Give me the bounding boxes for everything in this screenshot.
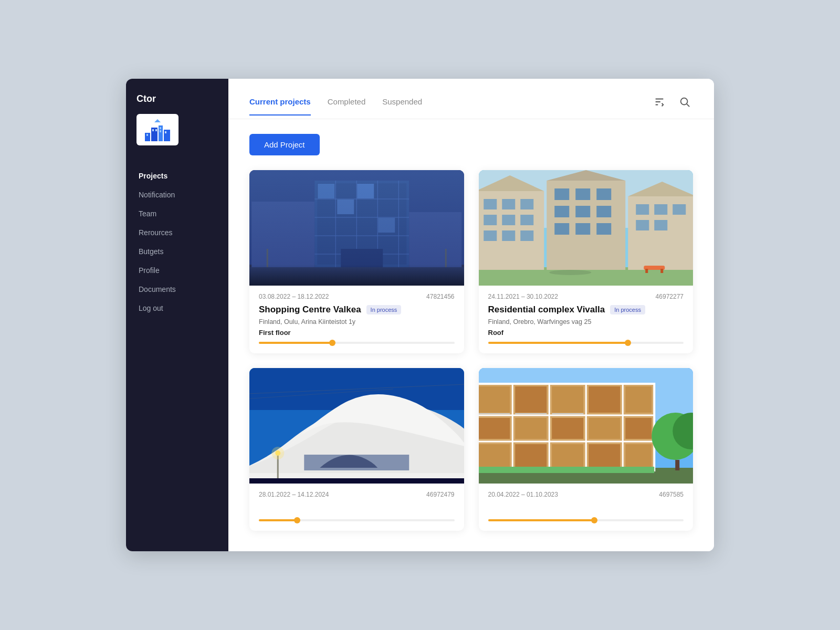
svg-rect-58 <box>575 206 590 217</box>
project-number-2: 46972277 <box>656 293 684 300</box>
progress-fill-1 <box>259 342 333 344</box>
svg-rect-7 <box>155 129 157 131</box>
svg-point-70 <box>549 270 591 275</box>
sidebar-item-budgets[interactable]: Butgets <box>126 242 228 261</box>
svg-rect-43 <box>484 199 497 209</box>
sidebar-logo-area: Ctor <box>126 79 228 156</box>
svg-rect-32 <box>378 218 395 233</box>
svg-rect-56 <box>596 188 611 200</box>
projects-grid: 03.08.2022 – 18.12.2022 47821456 Shoppin… <box>249 170 693 531</box>
project-location-1: Finland, Oulu, Arina Kiinteistot 1y <box>259 318 455 326</box>
progress-track-1 <box>259 342 455 344</box>
tab-suspended[interactable]: Suspended <box>382 97 422 116</box>
progress-fill-3 <box>259 519 298 521</box>
project-number-1: 47821456 <box>426 293 454 300</box>
sidebar-item-logout[interactable]: Log out <box>126 299 228 318</box>
project-title-1: Shopping Centre Valkea <box>259 304 361 315</box>
project-status-1: In process <box>366 305 402 314</box>
svg-rect-62 <box>596 223 611 235</box>
svg-rect-9 <box>160 130 161 132</box>
app-title: Ctor <box>136 93 218 104</box>
project-floor-2: Roof <box>488 329 684 337</box>
projects-area: Add Project <box>228 119 714 551</box>
project-status-2: In process <box>610 305 645 314</box>
svg-rect-44 <box>502 199 515 209</box>
svg-rect-8 <box>160 127 161 129</box>
project-meta-1: 03.08.2022 – 18.12.2022 47821456 <box>259 293 455 300</box>
svg-rect-50 <box>502 230 515 241</box>
svg-rect-103 <box>625 418 652 439</box>
project-card-vivalla[interactable]: 24.11.2021 – 30.10.2022 46972277 Residen… <box>479 170 694 353</box>
sidebar-item-profile[interactable]: Profile <box>126 261 228 280</box>
add-project-button[interactable]: Add Project <box>249 134 320 155</box>
project-date-3: 28.01.2022 – 14.12.2024 <box>259 491 329 498</box>
svg-rect-72 <box>645 269 648 273</box>
project-location-2: Finland, Orebro, Warfvinges vag 25 <box>488 318 684 326</box>
progress-track-2 <box>488 342 684 344</box>
search-icon[interactable] <box>676 93 693 110</box>
svg-rect-94 <box>479 386 510 413</box>
svg-rect-6 <box>152 129 154 131</box>
svg-rect-82 <box>304 455 409 470</box>
svg-rect-51 <box>520 230 533 241</box>
project-image-vivalla <box>479 170 694 286</box>
project-card-shopping-centre[interactable]: 03.08.2022 – 18.12.2022 47821456 Shoppin… <box>249 170 464 353</box>
building-svg-cultural <box>249 368 464 484</box>
svg-rect-60 <box>554 223 569 235</box>
svg-rect-106 <box>552 444 583 468</box>
svg-rect-105 <box>515 444 547 468</box>
svg-rect-97 <box>589 386 620 413</box>
project-card-cultural[interactable]: 28.01.2022 – 14.12.2024 46972479 <box>249 368 464 531</box>
logo-icon <box>143 118 172 141</box>
project-card-body-1: 03.08.2022 – 18.12.2022 47821456 Shoppin… <box>249 286 464 353</box>
sidebar-item-resources[interactable]: Rerources <box>126 223 228 242</box>
tab-completed[interactable]: Completed <box>328 97 366 116</box>
project-title-row-2: Residential complex Vivalla In process <box>488 304 684 315</box>
svg-rect-36 <box>341 249 383 267</box>
project-card-body-2: 24.11.2021 – 30.10.2022 46972277 Residen… <box>479 286 694 353</box>
svg-rect-101 <box>552 418 583 439</box>
svg-point-79 <box>271 447 284 459</box>
sidebar-item-documents[interactable]: Documents <box>126 280 228 299</box>
sidebar-item-team[interactable]: Team <box>126 204 228 223</box>
project-date-2: 24.11.2021 – 30.10.2022 <box>488 293 558 300</box>
svg-rect-114 <box>675 460 679 470</box>
svg-point-14 <box>681 98 688 105</box>
project-image-cultural <box>249 368 464 484</box>
project-number-3: 46972479 <box>426 491 454 498</box>
svg-rect-95 <box>515 386 547 413</box>
project-card-body-4: 20.04.2022 – 01.10.2023 4697585 <box>479 484 694 531</box>
svg-rect-17 <box>249 265 464 286</box>
sort-icon[interactable] <box>651 93 668 110</box>
header-tabs: Current projects Completed Suspended <box>228 79 714 119</box>
project-card-apartment[interactable]: 20.04.2022 – 01.10.2023 4697585 <box>479 368 694 531</box>
sidebar-item-notification[interactable]: Notification <box>126 185 228 204</box>
project-title-row-1: Shopping Centre Valkea In process <box>259 304 455 315</box>
svg-rect-18 <box>251 202 314 267</box>
project-image-apartment <box>479 368 694 484</box>
tab-current-projects[interactable]: Current projects <box>249 97 311 116</box>
main-content: Current projects Completed Suspended <box>228 79 714 551</box>
svg-rect-115 <box>479 467 654 473</box>
project-date-1: 03.08.2022 – 18.12.2022 <box>259 293 329 300</box>
svg-rect-59 <box>596 206 611 217</box>
svg-rect-19 <box>314 181 409 267</box>
project-title-2: Residential complex Vivalla <box>488 304 605 315</box>
svg-rect-66 <box>654 204 667 215</box>
svg-rect-31 <box>357 184 374 198</box>
svg-marker-2 <box>154 119 161 122</box>
project-card-body-3: 28.01.2022 – 14.12.2024 46972479 <box>249 484 464 531</box>
building-svg-shopping <box>249 170 464 286</box>
building-svg-apartment <box>479 368 694 484</box>
project-meta-3: 28.01.2022 – 14.12.2024 46972479 <box>259 491 455 498</box>
building-svg-vivalla <box>479 170 694 286</box>
svg-rect-107 <box>589 444 620 468</box>
svg-rect-30 <box>337 200 354 214</box>
sidebar-item-projects[interactable]: Projects <box>126 166 228 185</box>
project-meta-4: 20.04.2022 – 01.10.2023 4697585 <box>488 491 684 498</box>
svg-rect-73 <box>660 269 663 273</box>
svg-rect-102 <box>589 418 620 439</box>
svg-rect-65 <box>636 204 649 215</box>
svg-rect-55 <box>575 188 590 200</box>
svg-rect-57 <box>554 206 569 217</box>
